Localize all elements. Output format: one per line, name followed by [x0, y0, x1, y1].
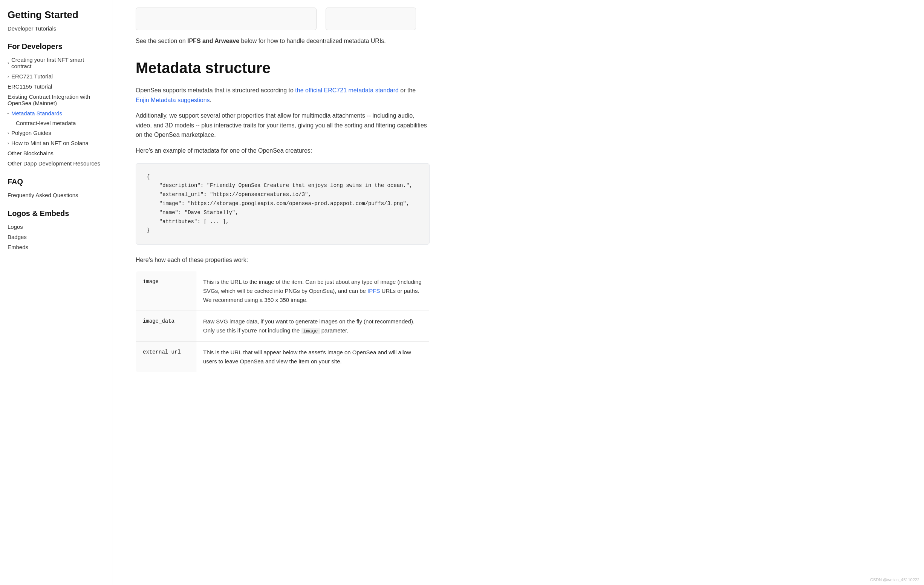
sidebar-heading-logos: Logos & Embeds: [8, 209, 105, 218]
chevron-icon: ›: [6, 113, 11, 114]
properties-intro: Here's how each of these properties work…: [136, 255, 430, 265]
sidebar-item-logos[interactable]: Logos: [8, 221, 105, 232]
property-name-image: image: [136, 271, 196, 311]
chevron-icon: ›: [8, 131, 9, 136]
sidebar-section-getting-started: Getting Started Developer Tutorials: [8, 9, 105, 33]
watermark: CSDN @weixin_45110222: [870, 577, 919, 582]
properties-table: image This is the URL to the image of th…: [136, 271, 430, 372]
sidebar-sub-item-contract-level[interactable]: Contract-level metadata: [8, 118, 105, 128]
table-row: external_url This is the URL that will a…: [136, 342, 430, 372]
sidebar-item-other-dapp[interactable]: Other Dapp Development Resources: [8, 158, 105, 169]
enjin-link[interactable]: Enjin Metadata suggestions: [136, 97, 210, 103]
chevron-icon: ›: [8, 140, 9, 146]
property-desc-image-data: Raw SVG image data, if you want to gener…: [196, 311, 430, 342]
sidebar-section-logos: Logos & Embeds Logos Badges Embeds: [8, 209, 105, 252]
sidebar-item-solana[interactable]: › How to Mint an NFT on Solana: [8, 138, 105, 148]
sidebar-item-creating-nft[interactable]: › Creating your first NFT smart contract: [8, 55, 105, 71]
metadata-section-heading: Metadata structure: [136, 59, 430, 76]
ipfs-note: See the section on IPFS and Arweave belo…: [136, 38, 430, 45]
sidebar-item-existing-contract[interactable]: Existing Contract Integration with OpenS…: [8, 92, 105, 108]
property-desc-image: This is the URL to the image of the item…: [196, 271, 430, 311]
sidebar-section-for-developers: For Developers › Creating your first NFT…: [8, 42, 105, 169]
property-desc-external-url: This is the URL that will appear below t…: [196, 342, 430, 372]
sidebar-title-getting-started: Getting Started: [8, 9, 105, 21]
chevron-icon: ›: [8, 60, 9, 66]
metadata-para1: OpenSea supports metadata that is struct…: [136, 86, 430, 105]
sidebar-item-metadata-standards[interactable]: › Metadata Standards: [8, 108, 105, 118]
property-name-external-url: external_url: [136, 342, 196, 372]
sidebar-item-polygon[interactable]: › Polygon Guides: [8, 128, 105, 138]
sidebar-heading-for-developers: For Developers: [8, 42, 105, 51]
table-row: image This is the URL to the image of th…: [136, 271, 430, 311]
image-placeholder-row: [136, 8, 430, 30]
sidebar-heading-faq: FAQ: [8, 178, 105, 186]
sidebar-item-badges[interactable]: Badges: [8, 232, 105, 242]
sidebar: Getting Started Developer Tutorials For …: [0, 0, 113, 585]
main-content: See the section on IPFS and Arweave belo…: [113, 0, 452, 585]
sidebar-item-other-blockchains[interactable]: Other Blockchains: [8, 148, 105, 158]
chevron-icon: ›: [8, 74, 9, 79]
sidebar-item-erc1155[interactable]: ERC1155 Tutorial: [8, 81, 105, 92]
code-block-example: { "description": "Friendly OpenSea Creat…: [136, 163, 430, 245]
property-name-image-data: image_data: [136, 311, 196, 342]
sidebar-link-developer-tutorials[interactable]: Developer Tutorials: [8, 24, 105, 33]
sidebar-item-embeds[interactable]: Embeds: [8, 242, 105, 252]
sidebar-item-faq[interactable]: Frequently Asked Questions: [8, 190, 105, 200]
ipfs-link[interactable]: IPFS: [368, 288, 380, 294]
image-placeholder-medium: [325, 8, 416, 30]
sidebar-section-faq: FAQ Frequently Asked Questions: [8, 178, 105, 200]
image-placeholder-wide: [136, 8, 317, 30]
example-intro: Here's an example of metadata for one of…: [136, 146, 430, 156]
inline-code-image: image: [302, 328, 320, 334]
metadata-para2: Additionally, we support several other p…: [136, 111, 430, 140]
erc721-standard-link[interactable]: the official ERC721 metadata standard: [295, 87, 399, 94]
sidebar-item-erc721[interactable]: › ERC721 Tutorial: [8, 71, 105, 81]
table-row: image_data Raw SVG image data, if you wa…: [136, 311, 430, 342]
